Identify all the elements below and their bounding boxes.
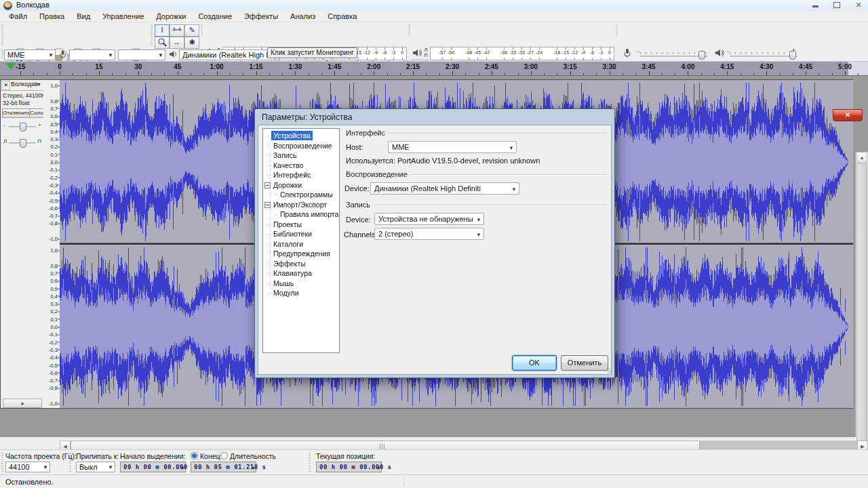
vertical-scroll-thumb[interactable]: [856, 163, 867, 488]
project-rate-select[interactable]: 44100▼: [5, 462, 50, 472]
dialog-host-select[interactable]: MME▼: [388, 141, 517, 153]
record-meter-grip[interactable]: [201, 24, 203, 37]
track-collapse-button[interactable]: ▲: [3, 399, 42, 408]
preferences-category-tree[interactable]: УстройстваВоспроизведениеЗаписьКачествоИ…: [262, 128, 340, 353]
input-device-select[interactable]: ▼: [69, 49, 115, 60]
restore-button[interactable]: [827, 1, 846, 9]
close-button[interactable]: ✕: [849, 1, 868, 9]
output-device-select[interactable]: Динамики (Realtek High Defi▼: [179, 49, 275, 60]
tree-stub-8: [274, 214, 278, 215]
output-slider-thumb[interactable]: [789, 51, 796, 60]
amp-label-ch0--0,3: -0,3: [49, 182, 58, 188]
gain-slider-thumb[interactable]: [20, 123, 26, 131]
timeline-tick: [766, 71, 767, 75]
input-channels-select[interactable]: ▼: [118, 49, 165, 60]
radio-end[interactable]: Конец: [191, 452, 220, 460]
timeline-tick: [47, 73, 47, 75]
selection-tool-button[interactable]: I: [155, 24, 170, 37]
selection-start-value: 00 h 00 m 00.000 s: [123, 464, 196, 470]
menu-item-5[interactable]: Создание: [192, 12, 238, 21]
vertical-amplitude-ruler[interactable]: 1,00,80,70,60,50,40,30,20,10,0-0,1-0,2-0…: [43, 80, 60, 408]
snap-select[interactable]: Выкл▼: [76, 462, 115, 472]
playback-meter[interactable]: -57-54-48-45-42-36-33-30-27-24-18-15-12-…: [430, 47, 614, 60]
dialog-close-button[interactable]: ✕: [833, 109, 863, 121]
vertical-scrollbar[interactable]: ▲ ▼: [856, 152, 868, 488]
timeline-tick: [465, 73, 466, 75]
radio-length-dot: [220, 452, 228, 460]
tree-item-Предупреждения[interactable]: Предупреждения: [271, 249, 332, 258]
tree-item-Правила импорта[interactable]: Правила импорта: [278, 209, 340, 219]
envelope-tool-button[interactable]: [170, 24, 184, 37]
selection-start-field[interactable]: 00 h 00 m 00.000 s▼: [120, 462, 186, 472]
menu-item-7[interactable]: Анализ: [284, 12, 321, 21]
tree-item-Проекты[interactable]: Проекты: [271, 220, 304, 229]
playback-device-select[interactable]: Динамики (Realtek High Definiti▼: [370, 182, 519, 195]
menu-item-6[interactable]: Эффекты: [238, 12, 284, 21]
menu-item-4[interactable]: Дорожки: [150, 12, 192, 21]
mixer-grip[interactable]: [616, 24, 618, 37]
menu-item-8[interactable]: Справка: [321, 12, 363, 21]
radio-length[interactable]: Длительность: [220, 452, 276, 460]
tree-item-Интерфейс[interactable]: Интерфейс: [271, 170, 313, 180]
snap-arrow: ▼: [108, 463, 113, 472]
play-meter-grip[interactable]: [408, 24, 410, 37]
quickplay-pin-icon[interactable]: [6, 63, 16, 75]
zoom-tool-button[interactable]: [155, 37, 170, 49]
tree-expander-Дорожки[interactable]: [264, 182, 271, 188]
play-meter-speaker-icon[interactable]: [412, 48, 422, 60]
section-recording-header: Запись: [346, 201, 370, 209]
track-menu-arrow-icon[interactable]: ▼: [37, 82, 41, 87]
tree-item-Качество[interactable]: Качество: [271, 161, 305, 170]
snap-grip[interactable]: [69, 453, 71, 472]
position-grip[interactable]: [309, 453, 311, 472]
tools-grip[interactable]: [151, 24, 153, 46]
input-slider-thumb[interactable]: [698, 51, 705, 60]
section-interface-line: [386, 133, 607, 134]
tree-item-Модули[interactable]: Модули: [271, 288, 301, 298]
tree-item-Устройства[interactable]: Устройства: [271, 131, 313, 140]
tree-item-Импорт/Экспорт[interactable]: Импорт/Экспорт: [271, 200, 329, 209]
multi-tool-button[interactable]: ✱: [184, 37, 199, 49]
solo-button[interactable]: Соло: [29, 108, 44, 118]
tree-item-Дорожки[interactable]: Дорожки: [271, 180, 304, 190]
tree-item-Спектрограммы[interactable]: Спектрограммы: [278, 190, 335, 199]
output-volume-slider[interactable]: - +: [727, 49, 802, 58]
scroll-up-button[interactable]: ▲: [856, 152, 867, 163]
ok-button[interactable]: OK: [512, 355, 557, 371]
device-grip[interactable]: [1, 49, 3, 60]
menu-item-0[interactable]: Файл: [3, 12, 33, 21]
rec-scale-0: 0: [401, 50, 403, 55]
channels-select[interactable]: 2 (стерео)▼: [374, 228, 484, 240]
gain-slider[interactable]: - +: [3, 121, 42, 131]
tree-item-Библиотеки[interactable]: Библиотеки: [271, 229, 314, 239]
pan-slider-thumb[interactable]: [20, 139, 26, 148]
timeline-ruler[interactable]: -1501530451:001:151:301:452:002:152:302:…: [0, 61, 868, 76]
pan-slider[interactable]: Л П: [3, 137, 42, 148]
tree-item-Запись[interactable]: Запись: [271, 150, 298, 160]
transport-grip[interactable]: [1, 24, 3, 46]
mute-button[interactable]: Отключить звук: [2, 108, 31, 118]
cancel-button[interactable]: Отменить: [561, 355, 608, 371]
draw-tool-button[interactable]: ✎: [184, 24, 199, 37]
menu-item-2[interactable]: Вид: [71, 12, 96, 21]
timeshift-tool-button[interactable]: ↔: [170, 37, 184, 49]
host-select[interactable]: MME▼: [4, 49, 56, 60]
selbar-grip[interactable]: [1, 453, 3, 472]
dialog-resize-grip[interactable]: [607, 368, 612, 373]
tree-item-Воспроизведение[interactable]: Воспроизведение: [271, 141, 334, 150]
selection-end-field[interactable]: 00 h 05 m 01.218 s▼: [191, 462, 256, 472]
tree-item-label: Предупреждения: [271, 249, 332, 258]
input-volume-slider[interactable]: -: [637, 49, 708, 58]
track-close-button[interactable]: ✕: [1, 81, 10, 90]
track-format-info: Стерео, 44100Hz: [3, 92, 49, 99]
recording-device-select[interactable]: Устройства не обнаружены▼: [374, 213, 484, 225]
menu-item-1[interactable]: Правка: [33, 12, 71, 21]
tree-item-Мышь[interactable]: Мышь: [271, 279, 296, 288]
tree-item-Каталоги[interactable]: Каталоги: [271, 239, 305, 249]
tree-item-Эффекты[interactable]: Эффекты: [271, 259, 308, 268]
menu-item-3[interactable]: Управление: [96, 12, 150, 21]
minimize-button[interactable]: [806, 1, 825, 9]
tree-item-Клавиатура[interactable]: Клавиатура: [271, 268, 314, 278]
tree-expander-Импорт/Экспорт[interactable]: [264, 202, 271, 208]
current-position-field[interactable]: 00 h 00 m 00.000 s▼: [316, 462, 382, 472]
